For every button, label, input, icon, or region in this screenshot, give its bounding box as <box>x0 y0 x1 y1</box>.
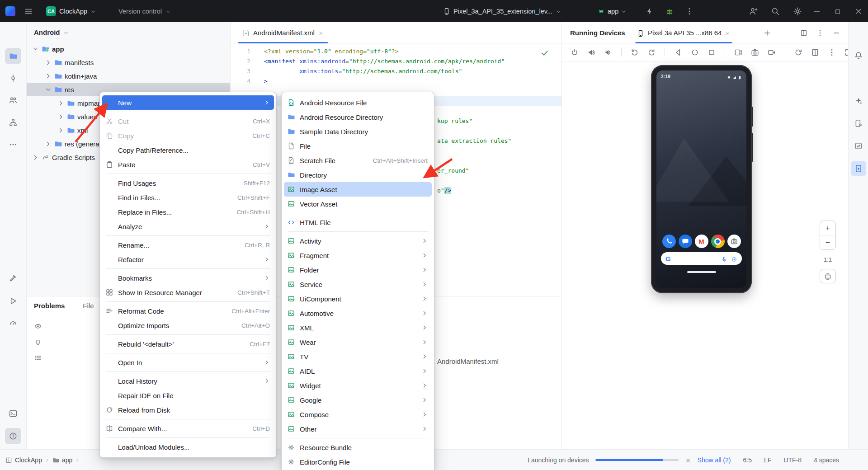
phone-screen[interactable]: 2:19 M G <box>656 70 746 288</box>
snapshot-button[interactable] <box>733 47 744 58</box>
group-by-button[interactable] <box>34 353 42 362</box>
hide-panel-button[interactable] <box>833 28 840 37</box>
menu-item-load-unload-modules[interactable]: Load/Unload Modules... <box>102 440 274 454</box>
minimize-window-button[interactable] <box>813 7 821 15</box>
more-run-actions-button[interactable] <box>685 7 693 15</box>
menu-item-local-history[interactable]: Local History <box>102 374 274 388</box>
project-view-selector[interactable]: Android <box>27 22 230 42</box>
close-tab-button[interactable] <box>318 29 324 37</box>
line-separator[interactable]: LF <box>764 456 771 464</box>
restart-button[interactable] <box>793 47 804 58</box>
menu-item-copy[interactable]: CopyCtrl+C <box>102 128 274 143</box>
menu-item-rename[interactable]: Rename...Ctrl+R, R <box>102 238 274 252</box>
menu-item-reformat-code[interactable]: Reformat CodeCtrl+Alt+Enter <box>102 304 274 318</box>
debug-button[interactable] <box>665 7 674 15</box>
notifications-button[interactable] <box>851 48 866 63</box>
zoom-to-fit-button[interactable] <box>820 269 836 283</box>
menu-item-open-in[interactable]: Open In <box>102 355 274 370</box>
power-button[interactable] <box>569 47 580 58</box>
vcs-widget[interactable]: Version control <box>118 0 171 22</box>
ai-assistant-button[interactable] <box>851 93 866 108</box>
gmail-app-icon[interactable]: M <box>695 235 708 248</box>
menu-item-other[interactable]: Other <box>284 422 432 436</box>
menu-item-rebuild-default[interactable]: Rebuild '<default>'Ctrl+F7 <box>102 337 274 351</box>
panel-options-button[interactable] <box>816 28 824 37</box>
home-indicator[interactable] <box>687 271 716 273</box>
menu-item-cut[interactable]: CutCtrl+X <box>102 114 274 128</box>
vol-down-button[interactable] <box>603 47 613 58</box>
tree-item-kotlin-java[interactable]: kotlin+java <box>27 69 230 83</box>
menu-item-copy-path-reference[interactable]: Copy Path/Reference... <box>102 143 274 157</box>
menu-item-service[interactable]: Service <box>284 277 432 291</box>
menu-item-scratch-file[interactable]: Scratch FileCtrl+Alt+Shift+Insert <box>284 153 432 168</box>
split-view-button[interactable] <box>800 28 807 37</box>
phone-app-icon[interactable] <box>662 235 676 248</box>
menu-item-sample-data-directory[interactable]: Sample Data Directory <box>284 124 432 139</box>
commit-button[interactable] <box>5 70 21 86</box>
menu-item-replace-in-files[interactable]: Replace in Files...Ctrl+Shift+H <box>102 205 274 219</box>
menu-item-activity[interactable]: Activity <box>284 234 432 248</box>
chrome-app-icon[interactable] <box>711 235 725 248</box>
cancel-progress-button[interactable] <box>685 456 691 464</box>
code-with-me-button[interactable] <box>749 7 758 16</box>
editor-tab-androidmanifest[interactable]: AndroidManifest.xml <box>237 22 329 43</box>
menu-item-reload-from-disk[interactable]: Reload from Disk <box>102 403 274 417</box>
preview-button[interactable] <box>34 322 42 330</box>
tree-item-app[interactable]: app <box>27 42 230 56</box>
rot-r-button[interactable] <box>646 47 657 58</box>
structure-button[interactable] <box>5 114 21 131</box>
menu-item-aidl[interactable]: AIDL <box>284 364 432 378</box>
pull-requests-button[interactable] <box>5 92 21 108</box>
settings-button[interactable] <box>793 7 802 16</box>
menu-item-automotive[interactable]: Automotive <box>284 306 432 320</box>
menu-item-new[interactable]: New <box>102 95 274 110</box>
breadcrumb-item-app[interactable]: app <box>52 456 80 464</box>
nav-over-button[interactable] <box>706 47 717 58</box>
zoom-in-button[interactable]: + <box>820 221 835 235</box>
device-selector[interactable]: Pixel_3a_API_35_extension_lev... <box>443 0 561 22</box>
run-button[interactable] <box>5 293 21 309</box>
nav-home-button[interactable] <box>689 47 700 58</box>
add-device-button[interactable] <box>764 28 771 37</box>
profile-app-button[interactable] <box>646 7 654 15</box>
menu-item-wear[interactable]: Wear <box>284 335 432 349</box>
record-button[interactable] <box>766 47 777 58</box>
menu-item-vector-asset[interactable]: Vector Asset <box>284 197 432 211</box>
menu-item-bookmarks[interactable]: Bookmarks <box>102 271 274 285</box>
menu-item-analyze[interactable]: Analyze <box>102 219 274 234</box>
menu-item-resource-bundle[interactable]: Resource Bundle <box>284 440 432 455</box>
indent-setting[interactable]: 4 spaces <box>814 456 839 464</box>
menu-item-show-in-resource-manager[interactable]: Show In Resource ManagerCtrl+Shift+T <box>102 285 274 300</box>
zoom-ratio-label[interactable]: 1:1 <box>820 253 836 266</box>
fold-button[interactable] <box>810 47 821 58</box>
project-button[interactable] <box>5 48 21 64</box>
menu-item-compare-with[interactable]: Compare With...Ctrl+D <box>102 421 274 436</box>
terminal-button[interactable] <box>5 405 21 422</box>
menu-item-directory[interactable]: Directory <box>284 168 432 182</box>
running-devices-button[interactable] <box>851 161 866 176</box>
problems-file-node[interactable]: AndroidManifest.xml <box>426 357 499 365</box>
menu-item-editorconfig-file[interactable]: EditorConfig File <box>284 455 432 469</box>
camera-app-icon[interactable] <box>727 235 741 248</box>
main-menu-button[interactable] <box>24 0 33 22</box>
maximize-window-button[interactable] <box>835 7 841 14</box>
menu-item-html-file[interactable]: HTML File <box>284 215 432 230</box>
messages-app-icon[interactable] <box>679 235 692 248</box>
menu-item-tv[interactable]: TV <box>284 349 432 364</box>
quick-fix-button[interactable] <box>34 338 42 346</box>
problems-tab-file[interactable]: File <box>83 302 94 310</box>
build-button[interactable] <box>5 270 21 286</box>
menu-item-find-usages[interactable]: Find UsagesShift+F12 <box>102 176 274 190</box>
camera-button[interactable] <box>750 47 760 58</box>
close-device-tab-button[interactable] <box>725 29 731 37</box>
menu-item-folder[interactable]: Folder <box>284 263 432 277</box>
run-configuration-selector[interactable]: app <box>598 0 627 22</box>
menu-item-fragment[interactable]: Fragment <box>284 248 432 263</box>
menu-item-widget[interactable]: Widget <box>284 378 432 393</box>
menu-item-uicomponent[interactable]: UiComponent <box>284 291 432 306</box>
file-encoding[interactable]: UTF-8 <box>783 456 802 464</box>
more-tool-windows-button[interactable] <box>5 136 21 153</box>
breadcrumb-item-clockapp[interactable]: ClockApp <box>5 456 50 464</box>
project-widget[interactable]: CA ClockApp <box>46 0 96 22</box>
kebab-button[interactable] <box>826 47 837 58</box>
